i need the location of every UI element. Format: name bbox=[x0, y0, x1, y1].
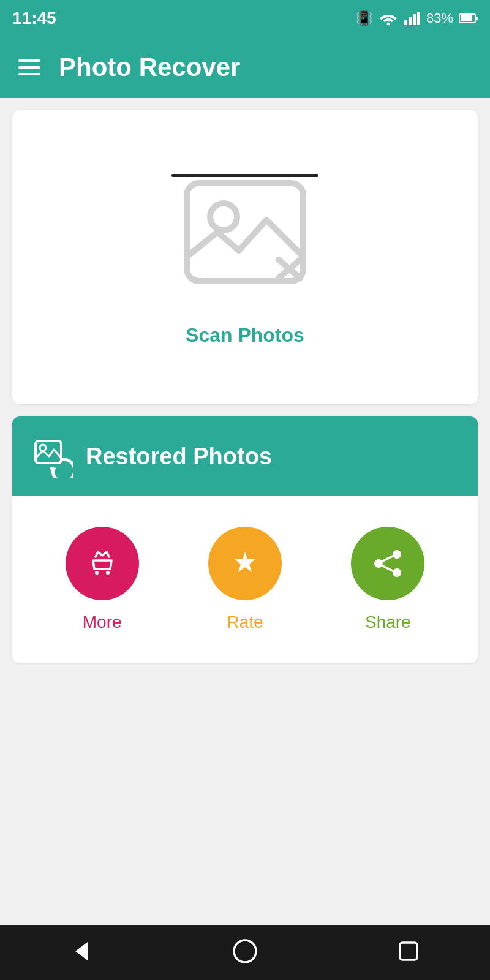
svg-point-15 bbox=[95, 571, 99, 575]
svg-point-0 bbox=[386, 23, 390, 26]
svg-line-22 bbox=[383, 566, 393, 571]
app-bar: Photo Recover bbox=[0, 37, 490, 98]
svg-point-20 bbox=[393, 568, 401, 577]
rate-button[interactable] bbox=[208, 527, 282, 600]
share-icon bbox=[370, 546, 405, 581]
nav-home-button[interactable] bbox=[233, 939, 257, 966]
restored-header: Restored Photos bbox=[12, 417, 478, 496]
hamburger-line bbox=[18, 66, 40, 69]
action-buttons-row: More Rate bbox=[12, 496, 478, 663]
svg-rect-3 bbox=[413, 14, 416, 25]
hamburger-line bbox=[18, 59, 40, 62]
svg-point-19 bbox=[374, 559, 383, 568]
restored-section-title: Restored Photos bbox=[86, 443, 272, 470]
scan-photos-button[interactable]: Scan Photos bbox=[186, 324, 304, 347]
svg-point-16 bbox=[106, 571, 110, 575]
svg-rect-2 bbox=[409, 17, 412, 25]
more-action-item[interactable]: More bbox=[66, 527, 139, 632]
hamburger-menu-button[interactable] bbox=[18, 59, 40, 75]
restored-section: Restored Photos Mor bbox=[12, 417, 478, 663]
svg-point-24 bbox=[234, 940, 256, 962]
share-action-item[interactable]: Share bbox=[351, 527, 424, 632]
svg-marker-23 bbox=[75, 942, 88, 960]
svg-point-9 bbox=[210, 203, 237, 230]
restored-section-icon bbox=[31, 435, 74, 478]
hamburger-line bbox=[18, 73, 40, 75]
status-battery: 83% bbox=[426, 10, 453, 26]
status-bar: 11:45 📳 83% bbox=[0, 0, 490, 37]
wifi-icon bbox=[379, 12, 398, 25]
share-label: Share bbox=[365, 612, 411, 632]
svg-rect-25 bbox=[400, 943, 417, 960]
nav-back-button[interactable] bbox=[69, 939, 94, 966]
bottom-nav-bar bbox=[0, 925, 490, 980]
nav-recent-button[interactable] bbox=[396, 939, 421, 966]
svg-rect-7 bbox=[475, 17, 478, 20]
back-arrow-icon bbox=[69, 939, 94, 963]
star-icon bbox=[227, 546, 263, 581]
rate-action-item[interactable]: Rate bbox=[208, 527, 282, 632]
scan-image-area bbox=[172, 174, 318, 293]
svg-rect-12 bbox=[36, 441, 61, 463]
svg-rect-1 bbox=[404, 20, 407, 25]
vibrate-icon: 📳 bbox=[356, 10, 372, 26]
svg-marker-17 bbox=[235, 552, 255, 572]
home-circle-icon bbox=[233, 939, 257, 963]
share-button[interactable] bbox=[351, 527, 424, 600]
svg-rect-6 bbox=[461, 15, 472, 21]
svg-rect-4 bbox=[417, 12, 420, 25]
cart-icon bbox=[85, 546, 120, 581]
svg-marker-14 bbox=[49, 467, 56, 473]
app-title: Photo Recover bbox=[59, 53, 240, 82]
svg-line-21 bbox=[383, 556, 393, 561]
battery-icon bbox=[459, 13, 478, 24]
scan-photo-icon bbox=[178, 171, 312, 293]
recent-square-icon bbox=[396, 939, 421, 963]
rate-label: Rate bbox=[227, 612, 263, 632]
scan-line bbox=[172, 174, 318, 177]
status-icons: 📳 83% bbox=[356, 10, 478, 26]
signal-icon bbox=[404, 12, 420, 25]
main-content: Scan Photos Restored Photos bbox=[0, 98, 490, 675]
scan-card[interactable]: Scan Photos bbox=[12, 110, 478, 404]
more-button[interactable] bbox=[66, 527, 139, 600]
more-label: More bbox=[83, 612, 122, 632]
svg-point-18 bbox=[393, 550, 401, 559]
status-time: 11:45 bbox=[12, 9, 56, 28]
